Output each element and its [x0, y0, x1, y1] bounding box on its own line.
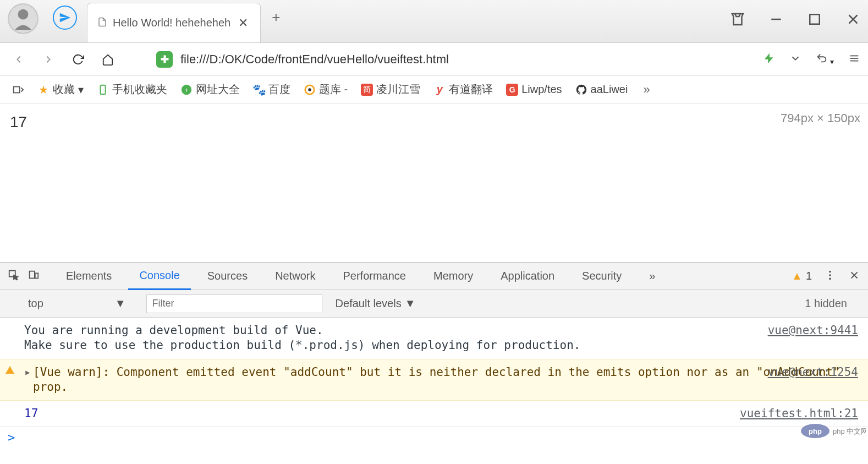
close-button[interactable]: [845, 11, 861, 28]
bookmark-baidu[interactable]: 🐾百度: [250, 80, 294, 99]
bookmark-label: 题库 -: [319, 82, 348, 97]
svg-rect-16: [30, 271, 35, 279]
security-shield-icon[interactable]: ✚: [156, 51, 173, 68]
devtools-menu-icon[interactable]: [824, 269, 836, 283]
svg-rect-17: [35, 273, 39, 278]
undo-icon[interactable]: ▾: [816, 52, 834, 66]
levels-label: Default levels: [336, 297, 402, 310]
browser-tab[interactable]: Hello World! heheheheh ✕: [87, 3, 261, 42]
console-message-log: vueiftest.html:21 17: [0, 401, 868, 427]
tab-security[interactable]: Security: [571, 263, 633, 289]
expand-arrow-icon[interactable]: ▸: [24, 365, 31, 380]
send-icon[interactable]: [53, 6, 77, 30]
svg-point-20: [829, 278, 831, 280]
file-icon: [97, 17, 107, 29]
message-text: [Vue warn]: Component emitted event "add…: [33, 365, 860, 395]
bookmark-liwp[interactable]: GLiwp/tes: [503, 81, 565, 98]
log-levels-selector[interactable]: Default levels▼: [336, 297, 416, 310]
bookmark-label: 百度: [268, 82, 290, 97]
bookmark-label: 网址大全: [196, 82, 240, 97]
console-toolbar: top▼ Default levels▼ 1 hidden: [0, 290, 868, 318]
console-message-warn: vue@next:1254 ▸ [Vue warn]: Component em…: [0, 359, 868, 401]
page-content-text: 17: [10, 113, 858, 131]
message-source[interactable]: vueiftest.html:21: [740, 406, 858, 421]
bookmark-favorites[interactable]: ★收藏 ▾: [34, 80, 87, 99]
inspect-element-icon[interactable]: [8, 269, 20, 283]
console-prompt[interactable]: >: [0, 427, 868, 447]
svg-text:php 中文网: php 中文网: [833, 427, 866, 435]
tab-performance[interactable]: Performance: [332, 263, 417, 289]
svg-text:php: php: [809, 427, 822, 435]
bookmark-aaliwei[interactable]: aaLiwei: [572, 81, 631, 98]
bookmark-mobile[interactable]: 手机收藏夹: [94, 80, 171, 99]
bookmark-label: 凌川江雪: [376, 82, 420, 97]
tab-title: Hello World! heheheheh: [113, 17, 230, 29]
devtools-tabs: Elements Console Sources Network Perform…: [0, 263, 868, 290]
svg-text:+: +: [184, 85, 189, 94]
svg-rect-9: [14, 86, 20, 92]
svg-point-18: [829, 271, 831, 273]
page-viewport: 17 794px × 150px: [0, 103, 868, 262]
new-tab-button[interactable]: +: [272, 9, 280, 26]
tab-application[interactable]: Application: [490, 263, 565, 289]
bookmark-label: 有道翻译: [449, 82, 493, 97]
tab-sources[interactable]: Sources: [196, 263, 259, 289]
bookmark-overflow[interactable]: »: [638, 83, 655, 97]
devtools-close-icon[interactable]: [848, 269, 860, 283]
filter-input[interactable]: [146, 294, 322, 313]
dimension-overlay: 794px × 150px: [781, 111, 860, 125]
bookmark-youdao[interactable]: y有道翻译: [430, 80, 496, 99]
minimize-button[interactable]: [768, 11, 784, 28]
svg-point-19: [829, 274, 831, 276]
svg-rect-10: [100, 85, 105, 94]
menu-button[interactable]: [848, 52, 860, 66]
console-messages: vue@next:9441 You are running a developm…: [0, 318, 868, 447]
maximize-button[interactable]: [806, 11, 823, 28]
svg-point-14: [308, 88, 311, 91]
home-button[interactable]: [97, 48, 119, 70]
devtools-panel: Elements Console Sources Network Perform…: [0, 262, 868, 447]
bookmark-label: aaLiwei: [591, 83, 628, 96]
tab-overflow[interactable]: »: [638, 263, 666, 289]
hidden-count[interactable]: 1 hidden: [805, 297, 847, 310]
context-selector[interactable]: top▼: [23, 294, 131, 313]
device-toggle-icon[interactable]: [28, 269, 40, 283]
wardrobe-icon[interactable]: [729, 11, 746, 28]
tab-memory[interactable]: Memory: [422, 263, 484, 289]
tab-network[interactable]: Network: [264, 263, 326, 289]
message-text: You are running a development build of V…: [24, 324, 580, 352]
svg-point-1: [18, 9, 29, 19]
context-label: top: [28, 297, 43, 310]
tab-close-button[interactable]: ✕: [236, 16, 250, 30]
devtools-toggle-icon[interactable]: [9, 81, 28, 98]
back-button[interactable]: [8, 48, 30, 70]
profile-avatar[interactable]: [8, 3, 39, 34]
address-right-controls: ▾: [763, 52, 860, 66]
tabs: Hello World! heheheheh ✕: [87, 0, 261, 42]
window-controls: [729, 11, 861, 28]
bookmark-label: 手机收藏夹: [112, 82, 167, 97]
bookmark-label: 收藏: [53, 82, 75, 97]
console-message-info: vue@next:9441 You are running a developm…: [0, 318, 868, 359]
bookmark-label: Liwp/tes: [521, 83, 562, 96]
warning-badge[interactable]: ▲1: [792, 270, 812, 282]
tab-elements[interactable]: Elements: [55, 263, 123, 289]
chevron-down-icon[interactable]: [789, 52, 801, 66]
watermark: phpphp 中文网: [800, 423, 866, 441]
message-text: 17: [24, 407, 38, 420]
reload-button[interactable]: [67, 48, 89, 70]
bookmarks-bar: ★收藏 ▾ 手机收藏夹 +网址大全 🐾百度 题库 - 简凌川江雪 y有道翻译 G…: [0, 76, 868, 103]
svg-rect-3: [810, 14, 820, 24]
message-source[interactable]: vue@next:9441: [768, 323, 858, 338]
message-source[interactable]: vue@next:1254: [768, 365, 858, 380]
bookmark-wzdh[interactable]: +网址大全: [177, 80, 243, 99]
bookmark-lcjx[interactable]: 简凌川江雪: [358, 80, 424, 99]
titlebar: Hello World! heheheheh ✕ +: [0, 0, 868, 43]
warn-count: 1: [806, 270, 812, 282]
tab-console[interactable]: Console: [128, 263, 190, 290]
flash-icon[interactable]: [763, 52, 775, 66]
url-text[interactable]: file:///D:/OK/Code/frontEnd/vueHello/vue…: [180, 52, 449, 67]
address-bar: ✚ file:///D:/OK/Code/frontEnd/vueHello/v…: [0, 43, 868, 76]
bookmark-tiku[interactable]: 题库 -: [300, 80, 351, 99]
forward-button[interactable]: [37, 48, 59, 70]
